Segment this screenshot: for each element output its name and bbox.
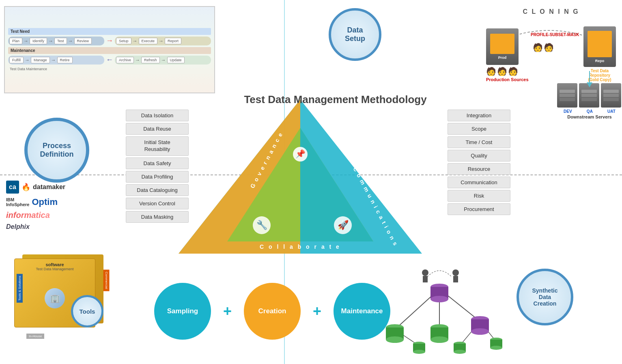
svg-point-30 — [471, 328, 489, 335]
right-item-4: Quality — [448, 150, 510, 162]
process-definition-circle: Process Definition — [24, 118, 89, 183]
delphix-logo: Delphix — [6, 223, 124, 230]
tools-software-box: software Test Data Management 🏢 Tools & … — [6, 254, 120, 348]
tools-circle: Tools — [71, 295, 103, 327]
left-item-2: Data Reuse — [126, 123, 189, 135]
svg-point-33 — [413, 350, 425, 354]
svg-point-42 — [430, 296, 448, 302]
tools-solutions-label: Tools & Solutions — [17, 274, 23, 303]
svg-point-45 — [452, 269, 459, 276]
plus-1: + — [223, 303, 232, 320]
svg-point-36 — [454, 350, 466, 354]
creation-circle: Creation — [244, 283, 301, 340]
left-item-7: Version Control — [126, 198, 189, 209]
main-container: Test Data Management Methodology Test Ne… — [0, 0, 622, 364]
svg-point-43 — [422, 269, 428, 276]
right-item-6: Communication — [448, 177, 510, 188]
preview-diagram: Test Need Plan → Identify → Test → Revie… — [4, 6, 215, 93]
left-item-4: Data Safety — [126, 157, 189, 169]
downstream-servers: DEV QA UAT Downstream Servers — [557, 83, 622, 119]
cloning-area: C L O N I N G Prod 🧑 🧑 🧑 Production Sour… — [484, 4, 618, 138]
data-setup-circle: Data Setup — [329, 8, 381, 61]
svg-text:📌: 📌 — [295, 149, 306, 159]
page-title: Test Data Management Methodology — [130, 93, 541, 106]
box-title: software — [18, 262, 92, 267]
bottom-circles-row: Sampling + Creation + Maintenance — [154, 283, 390, 340]
svg-point-39 — [490, 346, 502, 350]
downstream-label: Downstream Servers — [557, 114, 622, 119]
sampling-circle: Sampling — [154, 283, 211, 340]
svg-marker-15 — [587, 82, 592, 87]
plus-2: + — [313, 303, 321, 320]
ca-datamaker-logo: ca 🔥 datamaker — [6, 181, 124, 194]
left-item-5: Data Profiling — [126, 171, 189, 183]
middle-figures: 🧑 🧑 — [533, 43, 554, 52]
left-item-8: Data Masking — [126, 211, 189, 223]
left-item-6: Data Cataloguing — [126, 184, 189, 196]
left-item-1: Data Isolation — [126, 110, 189, 121]
informatica-logo: informatica — [6, 211, 124, 220]
commercial-label: Commercial — [103, 270, 110, 291]
svg-point-27 — [430, 336, 448, 343]
right-item-5: Resource — [448, 163, 510, 175]
production-sources: Prod 🧑 🧑 🧑 Production Sources — [486, 28, 529, 82]
right-item-7: Risk — [448, 190, 510, 202]
left-item-3: Initial StateReusability — [126, 136, 189, 156]
svg-text:C o l l a b o r a t e: C o l l a b o r a t e — [260, 243, 341, 250]
svg-point-24 — [386, 336, 404, 343]
in-house-label: In-House — [26, 334, 44, 339]
profile-subset-label: PROFILE-SUBSET-MASK — [531, 32, 579, 37]
box-subtitle: Test Data Management — [18, 267, 92, 271]
left-capability-list: Data Isolation Data Reuse Initial StateR… — [126, 110, 189, 223]
svg-rect-44 — [423, 276, 428, 282]
svg-text:🚀: 🚀 — [338, 220, 349, 230]
logo-area: ca 🔥 datamaker IBMInfoSphere Optim infor… — [6, 181, 124, 230]
svg-text:🔧: 🔧 — [256, 220, 268, 230]
synthetic-data-circle: Synthetic Data Creation — [517, 269, 573, 325]
data-viz-network — [362, 256, 517, 358]
svg-rect-46 — [453, 276, 458, 282]
ibm-optim-logo: IBMInfoSphere Optim — [6, 197, 124, 207]
triangle-wrapper: G o v e r n a n c e C o m m u n i c a t … — [174, 95, 418, 254]
production-label: Production Sources — [486, 77, 529, 82]
right-item-8: Procurement — [448, 203, 510, 215]
